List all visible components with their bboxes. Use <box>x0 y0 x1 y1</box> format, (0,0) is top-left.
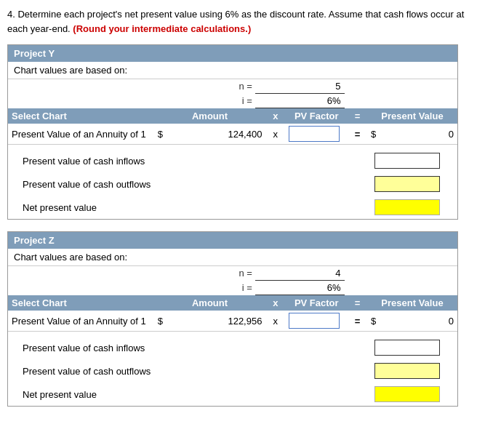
cash-outflows-label-z: Present value of cash outflows <box>8 359 348 383</box>
project-y-params: n = 5 i = 6% <box>8 79 457 108</box>
header-pv-factor-y: PV Factor <box>285 108 348 124</box>
round-note: (Round your intermediate calculations.) <box>73 23 251 34</box>
question-text: 4. Determine each project's net present … <box>7 7 478 36</box>
header-pv-factor-z: PV Factor <box>285 295 348 311</box>
project-y-table: Select Chart Amount x PV Factor = Presen… <box>8 108 457 219</box>
header-x-y: x <box>265 108 285 124</box>
project-z-block: Project Z Chart values are based on: n =… <box>7 231 458 407</box>
cash-inflows-value-y[interactable] <box>367 149 457 172</box>
pv-dollar-z: $ <box>367 311 394 332</box>
cash-inflows-row-z: Present value of cash inflows <box>8 336 457 359</box>
annuity-label-y: Present Value of an Annuity of 1 <box>8 124 154 145</box>
header-pv-z: Present Value <box>367 295 457 311</box>
question-number: 4. <box>7 9 15 20</box>
annuity-amount-y: 124,400 <box>193 124 265 145</box>
pv-dollar-y: $ <box>367 124 394 145</box>
i-label-y: i = <box>8 94 255 108</box>
annuity-row-y: Present Value of an Annuity of 1 $ 124,4… <box>8 124 457 145</box>
annuity-x-y: x <box>265 124 285 145</box>
cash-outflows-value-y[interactable] <box>367 172 457 196</box>
net-present-value-row-z: Net present value <box>8 383 457 406</box>
project-z-title: Project Z <box>8 232 457 249</box>
cash-inflows-label-z: Present value of cash inflows <box>8 336 348 359</box>
cash-inflows-value-z[interactable] <box>367 336 457 359</box>
net-pv-value-z[interactable] <box>367 383 457 406</box>
annuity-amount-z: 122,956 <box>193 311 265 332</box>
equals-sign-y: = <box>348 124 367 145</box>
cash-inflows-row-y: Present value of cash inflows <box>8 149 457 172</box>
annuity-dollar-y: $ <box>154 124 193 145</box>
header-pv-y: Present Value <box>367 108 457 124</box>
header-equals-z: = <box>348 295 367 311</box>
pv-value-z: 0 <box>394 311 457 332</box>
i-value-z: 6% <box>255 281 345 295</box>
equals-sign-z: = <box>348 311 367 332</box>
n-label-z: n = <box>8 266 255 281</box>
project-z-params: n = 4 i = 6% <box>8 266 457 295</box>
project-y-chart-based: Chart values are based on: <box>8 62 457 79</box>
annuity-label-z: Present Value of an Annuity of 1 <box>8 311 154 332</box>
annuity-x-z: x <box>265 311 285 332</box>
project-y-block: Project Y Chart values are based on: n =… <box>7 44 458 220</box>
cash-outflows-value-z[interactable] <box>367 359 457 383</box>
cash-outflows-label-y: Present value of cash outflows <box>8 172 348 196</box>
n-value-z: 4 <box>255 266 345 281</box>
pv-factor-input-z[interactable] <box>285 311 348 332</box>
pv-value-y: 0 <box>394 124 457 145</box>
annuity-row-z: Present Value of an Annuity of 1 $ 122,9… <box>8 311 457 332</box>
header-amount-col-y: Amount <box>154 108 266 124</box>
n-value-y: 5 <box>255 79 345 94</box>
net-present-value-row-y: Net present value <box>8 196 457 219</box>
header-select-chart-z: Select Chart <box>8 295 154 311</box>
header-x-z: x <box>265 295 285 311</box>
i-value-y: 6% <box>255 94 345 108</box>
pv-factor-input-y[interactable] <box>285 124 348 145</box>
project-y-title: Project Y <box>8 45 457 62</box>
cash-outflows-row-y: Present value of cash outflows <box>8 172 457 196</box>
net-pv-value-y[interactable] <box>367 196 457 219</box>
project-z-table: Select Chart Amount x PV Factor = Presen… <box>8 295 457 406</box>
annuity-dollar-z: $ <box>154 311 193 332</box>
header-equals-y: = <box>348 108 367 124</box>
header-amount-col-z: Amount <box>154 295 266 311</box>
net-pv-label-y: Net present value <box>8 196 348 219</box>
cash-outflows-row-z: Present value of cash outflows <box>8 359 457 383</box>
i-label-z: i = <box>8 281 255 295</box>
project-z-chart-based: Chart values are based on: <box>8 249 457 266</box>
net-pv-label-z: Net present value <box>8 383 348 406</box>
header-select-chart-y: Select Chart <box>8 108 154 124</box>
cash-inflows-label-y: Present value of cash inflows <box>8 149 348 172</box>
n-label-y: n = <box>8 79 255 94</box>
